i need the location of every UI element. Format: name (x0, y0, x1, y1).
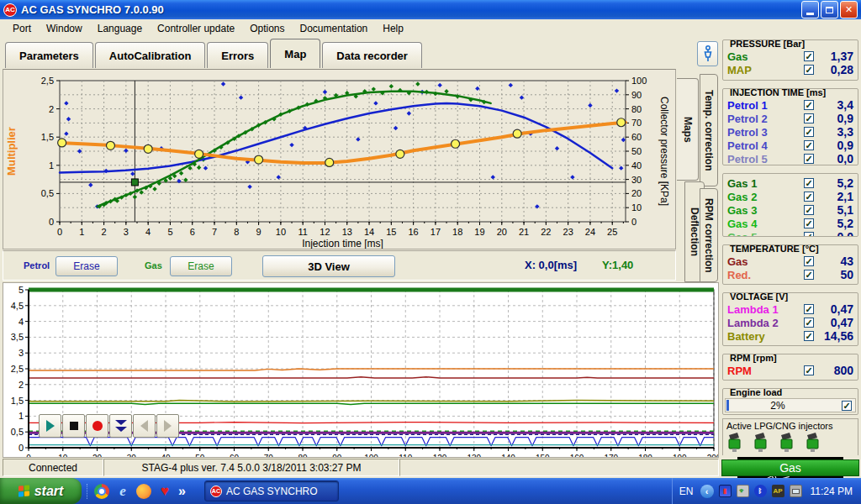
row-checkbox[interactable]: ✓ (804, 65, 814, 75)
svg-text:200: 200 (707, 454, 718, 457)
restore-button[interactable] (821, 1, 838, 18)
row-checkbox[interactable]: ✓ (804, 218, 814, 228)
value-row-petrol-3: Petrol 3✓3,3 (723, 125, 858, 139)
close-button[interactable]: ✕ (840, 1, 858, 18)
row-checkbox[interactable]: ✓ (804, 127, 814, 137)
stop-button[interactable] (62, 414, 85, 438)
device-info: STAG-4 plus ver. 7.4 5.0.0 3/18/2011 3:0… (103, 459, 399, 476)
svg-text:2: 2 (18, 380, 24, 390)
scroll-left-button[interactable] (133, 414, 156, 438)
svg-text:0: 0 (26, 454, 31, 457)
map-chart-canvas[interactable]: 0123456789101112131415161718192021222324… (3, 70, 675, 249)
row-checkbox[interactable]: ✓ (804, 304, 814, 314)
record-button[interactable] (86, 414, 108, 438)
live-values-panel: PRESSURE [Bar]Gas✓1,37MAP✓0,28INJECTION … (720, 38, 861, 477)
svg-text:60: 60 (230, 454, 240, 457)
menu-options[interactable]: Options (242, 21, 292, 36)
row-label: Gas 1 (727, 177, 757, 190)
gas-mode-button[interactable]: Gas (721, 459, 859, 476)
tab-parameters[interactable]: Parameters (5, 42, 93, 68)
petrol-erase-button[interactable]: Erase (55, 256, 118, 276)
svg-text:1: 1 (49, 160, 54, 171)
tab-map[interactable]: Map (270, 39, 320, 68)
row-checkbox[interactable]: ✓ (804, 100, 814, 110)
svg-text:30: 30 (631, 175, 642, 185)
ap-utility-icon[interactable]: AP (772, 485, 784, 497)
row-checkbox[interactable]: ✓ (804, 256, 814, 266)
svg-text:1: 1 (79, 227, 84, 237)
windows-logo-icon (18, 485, 29, 496)
display-icon[interactable] (790, 485, 802, 497)
row-checkbox[interactable]: ✓ (804, 270, 814, 280)
gas-erase-button[interactable]: Erase (170, 256, 232, 276)
svg-text:3: 3 (18, 348, 24, 358)
network-icon[interactable]: ᯤ (737, 485, 749, 497)
svg-text:7: 7 (212, 227, 217, 237)
connection-button[interactable] (697, 41, 718, 66)
row-label: Petrol 5 (727, 153, 768, 165)
crosshair-marker (131, 179, 138, 186)
menu-window[interactable]: Window (39, 21, 90, 36)
row-value: 43 (814, 255, 853, 268)
row-checkbox[interactable]: ✓ (804, 113, 814, 123)
tab-errors[interactable]: Errors (207, 42, 268, 68)
minimize-button[interactable] (801, 1, 819, 18)
menu-port[interactable]: Port (5, 21, 39, 36)
svg-text:120: 120 (433, 454, 447, 457)
row-checkbox[interactable]: ✓ (804, 232, 814, 237)
svg-text:0,5: 0,5 (41, 188, 54, 198)
3d-view-button[interactable]: 3D View (262, 255, 395, 277)
data-recorder-chart[interactable]: 00,511,522,533,544,550102030405060708090… (3, 282, 719, 458)
chrome-icon[interactable] (94, 484, 109, 499)
tray-collapse-chevron-icon[interactable]: ‹ (700, 485, 714, 498)
row-value: 0,47 (814, 302, 853, 316)
menu-help[interactable]: Help (375, 21, 411, 36)
left-arrow-icon (140, 420, 148, 432)
engine-load-checkbox[interactable]: ✓ (842, 401, 852, 411)
taskbar: start e ♥ » AC AC GAS SYNCHRO EN ‹ ▮ ᯤ ᛒ… (0, 478, 861, 504)
row-label: Gas 3 (727, 204, 757, 217)
row-checkbox[interactable]: ✓ (804, 365, 814, 375)
row-checkbox[interactable]: ✓ (804, 178, 814, 188)
row-checkbox[interactable]: ✓ (804, 140, 814, 150)
row-value: 0,9 (814, 139, 853, 152)
play-button[interactable] (39, 414, 61, 438)
side-tab-rpm-correction[interactable]: RPM correction (700, 188, 718, 282)
tab-data-recorder[interactable]: Data recorder (322, 42, 422, 68)
row-checkbox[interactable]: ✓ (804, 331, 814, 341)
svg-text:14: 14 (364, 227, 374, 237)
value-row-gas-3: Gas 3✓5,1 (723, 203, 858, 217)
row-value: 0,28 (814, 63, 853, 76)
scroll-right-button[interactable] (156, 414, 179, 438)
minimize-icon (806, 13, 814, 15)
row-value: 1,37 (814, 50, 853, 63)
menu-language[interactable]: Language (90, 21, 150, 36)
heart-icon[interactable]: ♥ (157, 484, 172, 499)
multiplier-map-chart[interactable]: 0123456789101112131415161718192021222324… (3, 69, 676, 249)
language-indicator[interactable]: EN (679, 486, 694, 497)
svg-text:0: 0 (631, 217, 637, 227)
row-checkbox[interactable]: ✓ (804, 205, 814, 215)
row-checkbox[interactable]: ✓ (804, 51, 814, 61)
tab-autocalibration[interactable]: AutoCalibration (95, 42, 206, 68)
bluetooth-icon[interactable]: ᛒ (754, 485, 767, 497)
start-button[interactable]: start (0, 478, 82, 504)
window-titlebar[interactable]: AC AC GAS SYNCHRO 7.0.0.90 ✕ (0, 0, 861, 19)
value-row-petrol-2: Petrol 2✓0,9 (723, 112, 858, 125)
taskbar-task-ac-gas-synchro[interactable]: AC AC GAS SYNCHRO (204, 480, 339, 501)
menu-documentation[interactable]: Documentation (293, 21, 376, 36)
svg-text:50: 50 (631, 146, 642, 156)
battery-icon[interactable]: ▮ (719, 485, 732, 497)
menu-controller-update[interactable]: Controller update (150, 21, 242, 36)
svg-text:70: 70 (631, 118, 642, 128)
side-tab-maps[interactable]: Maps (677, 78, 699, 181)
row-checkbox[interactable]: ✓ (804, 318, 814, 328)
scroll-down-button[interactable] (109, 414, 132, 438)
ie-icon[interactable]: e (115, 484, 130, 499)
overflow-chevron[interactable]: » (178, 484, 186, 499)
firefox-icon[interactable] (136, 484, 151, 499)
side-tab-temp-correction[interactable]: Temp. correction (700, 74, 718, 186)
row-checkbox[interactable]: ✓ (804, 192, 814, 202)
svg-text:17: 17 (430, 227, 441, 237)
row-checkbox[interactable]: ✓ (804, 154, 814, 164)
